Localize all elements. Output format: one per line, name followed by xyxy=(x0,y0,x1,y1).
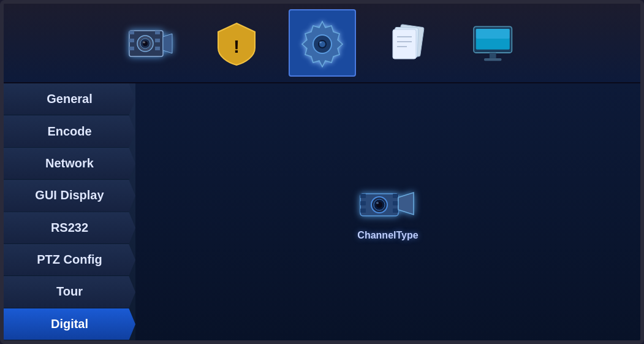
svg-rect-2 xyxy=(129,39,134,42)
nav-item-display[interactable] xyxy=(460,9,528,77)
channel-type-icon xyxy=(357,183,419,223)
svg-rect-32 xyxy=(393,194,398,198)
svg-rect-6 xyxy=(155,47,160,50)
svg-rect-26 xyxy=(489,53,496,58)
svg-rect-3 xyxy=(129,47,134,50)
svg-rect-33 xyxy=(393,201,398,205)
sidebar-item-network[interactable]: Network xyxy=(4,148,135,180)
svg-rect-4 xyxy=(155,31,160,34)
nav-item-camera[interactable] xyxy=(117,9,184,77)
svg-rect-29 xyxy=(360,194,366,198)
svg-point-10 xyxy=(143,42,145,44)
sidebar-item-encode[interactable]: Encode xyxy=(4,115,135,147)
svg-rect-34 xyxy=(393,208,398,213)
top-nav: ! xyxy=(4,4,640,83)
svg-point-38 xyxy=(376,202,379,204)
sidebar: General Encode Network GUI Display RS232… xyxy=(4,83,135,340)
nav-item-alert[interactable]: ! xyxy=(203,9,270,77)
svg-rect-19 xyxy=(393,29,416,59)
main-area: General Encode Network GUI Display RS232… xyxy=(4,83,640,340)
svg-rect-31 xyxy=(360,208,366,213)
nav-item-settings[interactable] xyxy=(289,9,356,77)
nav-item-storage[interactable] xyxy=(374,9,442,77)
svg-rect-27 xyxy=(484,58,501,61)
svg-rect-1 xyxy=(129,31,134,34)
svg-marker-11 xyxy=(163,34,172,53)
svg-rect-5 xyxy=(155,39,160,42)
sidebar-item-rs232[interactable]: RS232 xyxy=(4,212,135,244)
channel-type-label: ChannelType xyxy=(357,230,418,241)
sidebar-item-gui-display[interactable]: GUI Display xyxy=(4,180,135,212)
sidebar-item-digital[interactable]: Digital xyxy=(4,308,135,340)
svg-text:!: ! xyxy=(233,36,240,56)
sidebar-item-ptz-config[interactable]: PTZ Config xyxy=(4,244,135,276)
svg-rect-30 xyxy=(360,201,366,205)
sidebar-item-general[interactable]: General xyxy=(4,83,135,115)
channel-type-item[interactable]: ChannelType xyxy=(357,183,419,241)
content-panel: ChannelType xyxy=(135,83,640,340)
svg-marker-39 xyxy=(398,193,414,215)
svg-rect-25 xyxy=(475,29,509,39)
svg-point-16 xyxy=(319,42,322,44)
sidebar-item-tour[interactable]: Tour xyxy=(4,276,135,308)
